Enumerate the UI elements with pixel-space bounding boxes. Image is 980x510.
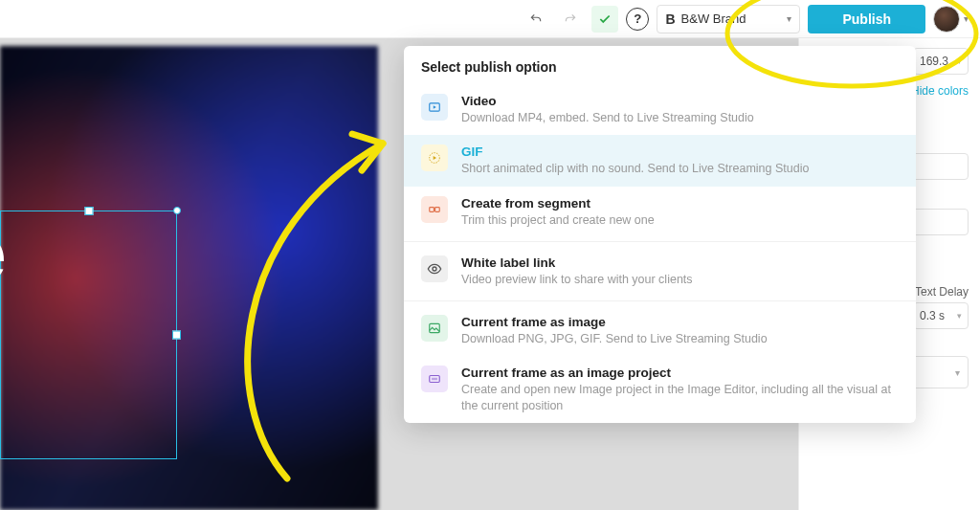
eye-icon — [421, 255, 448, 282]
publish-option-title: Create from segment — [461, 196, 655, 211]
publish-panel-header: Select publish option — [404, 46, 916, 84]
publish-button[interactable]: Publish — [808, 5, 925, 33]
segment-icon — [421, 196, 448, 223]
canvas-text-line: ur — [0, 324, 7, 409]
chevron-down-icon: ▾ — [787, 13, 791, 24]
publish-option-desc: Download PNG, JPG, GIF. Send to Live Str… — [461, 331, 768, 346]
brand-name-label: B&W Brand — [681, 11, 746, 26]
redo-icon — [564, 12, 577, 26]
canvas-text-line: ate — [0, 211, 7, 296]
chevron-down-icon: ▾ — [964, 13, 969, 24]
check-icon — [598, 12, 612, 26]
svg-rect-2 — [430, 207, 434, 211]
publish-option-frame-image[interactable]: Current frame as image Download PNG, JPG… — [404, 305, 916, 356]
delay-value-input[interactable]: 0.3 s▾ — [913, 302, 969, 329]
publish-option-title: Video — [461, 94, 754, 108]
publish-option-desc: Short animated clip with no sound. Send … — [461, 161, 809, 176]
account-menu[interactable]: ▾ — [933, 6, 969, 33]
saved-indicator[interactable] — [591, 6, 618, 33]
text-selection-frame[interactable]: ate ur — [0, 211, 177, 459]
publish-option-video[interactable]: Video Download MP4, embed. Send to Live … — [404, 84, 916, 135]
publish-option-desc: Video preview link to share with your cl… — [461, 272, 693, 287]
brand-select[interactable]: B B&W Brand ▾ — [657, 5, 800, 33]
publish-option-segment[interactable]: Create from segment Trim this project an… — [404, 187, 916, 237]
font-size-input[interactable]: 169.3▾ — [913, 48, 969, 75]
publish-option-title: Current frame as image — [461, 315, 768, 329]
undo-icon — [529, 12, 543, 26]
publish-option-desc: Trim this project and create new one — [461, 212, 655, 228]
publish-option-title: White label link — [461, 255, 693, 270]
chevron-down-icon: ▾ — [955, 367, 960, 378]
canvas-text[interactable]: ate ur — [0, 211, 7, 409]
publish-option-desc: Download MP4, embed. Send to Live Stream… — [461, 110, 754, 125]
undo-button[interactable] — [523, 6, 549, 33]
publish-option-desc: Create and open new Image project in the… — [461, 382, 899, 413]
publish-option-title: GIF — [461, 144, 809, 159]
brand-logo-icon: B — [665, 11, 675, 27]
publish-option-whitelabel[interactable]: White label link Video preview link to s… — [404, 246, 916, 297]
image-project-icon — [421, 366, 448, 392]
svg-point-4 — [433, 267, 436, 271]
top-toolbar: ? B B&W Brand ▾ Publish ▾ — [0, 0, 980, 38]
publish-options-panel: Select publish option Video Download MP4… — [404, 46, 916, 423]
publish-option-gif[interactable]: GIF Short animated clip with no sound. S… — [404, 135, 916, 186]
publish-option-frame-project[interactable]: Current frame as an image project Create… — [404, 356, 916, 423]
avatar — [933, 6, 960, 33]
svg-rect-3 — [435, 207, 440, 211]
help-button[interactable]: ? — [626, 8, 649, 31]
video-icon — [421, 94, 448, 121]
svg-rect-7 — [432, 378, 437, 380]
image-icon — [421, 315, 448, 342]
redo-button[interactable] — [557, 6, 584, 33]
gif-icon — [421, 144, 448, 171]
publish-option-title: Current frame as an image project — [461, 366, 899, 380]
